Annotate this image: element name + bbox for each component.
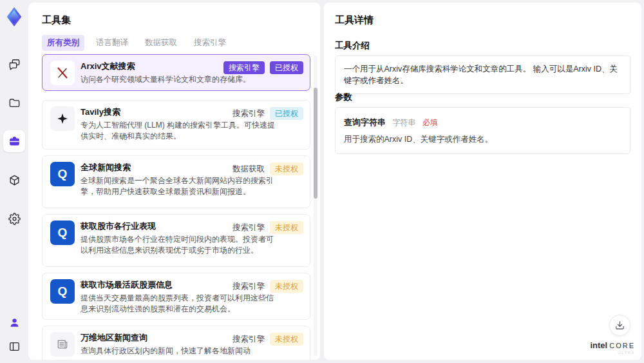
category-label: 搜索引擎 bbox=[232, 222, 265, 233]
detail-title: 工具详情 bbox=[335, 14, 374, 26]
q-app-icon: Q bbox=[50, 279, 75, 304]
tool-card-tavily[interactable]: Tavily搜索 专为人工智能代理 (LLM) 构建的搜索引擎工具。可快速提供实… bbox=[42, 100, 310, 150]
auth-status-badge: 未授权 bbox=[270, 333, 303, 346]
category-label: 数据获取 bbox=[232, 164, 265, 175]
intro-text: 一个用于从Arxiv存储库搜索科学论文和文章的工具。 输入可以是Arxiv ID… bbox=[344, 63, 621, 86]
arxiv-icon bbox=[50, 61, 75, 85]
sidebar-item-packages[interactable] bbox=[3, 169, 25, 191]
category-tabs: 所有类别 语言翻译 数据获取 搜索引擎 bbox=[42, 35, 231, 51]
auth-status-badge: 未授权 bbox=[270, 221, 303, 234]
panel-icon bbox=[8, 340, 21, 353]
list-scrollbar[interactable] bbox=[314, 55, 317, 356]
params-heading: 参数 bbox=[335, 92, 352, 103]
sidebar-item-settings[interactable] bbox=[3, 208, 25, 230]
user-avatar-button[interactable] bbox=[8, 317, 21, 331]
newspaper-icon bbox=[50, 332, 75, 357]
param-type: 字符串 bbox=[392, 118, 415, 127]
q-app-icon: Q bbox=[50, 221, 75, 245]
auth-status-badge: 未授权 bbox=[270, 162, 303, 175]
intro-box: 一个用于从Arxiv存储库搜索科学论文和文章的工具。 输入可以是Arxiv ID… bbox=[335, 55, 630, 94]
intro-heading: 工具介绍 bbox=[335, 40, 370, 52]
tab-language-translation[interactable]: 语言翻译 bbox=[91, 35, 133, 51]
star-icon bbox=[50, 106, 75, 131]
sidebar-item-chat[interactable] bbox=[3, 53, 25, 75]
tools-panel: 工具集 所有类别 语言翻译 数据获取 搜索引擎 Arxiv文献搜索 访问各个研究… bbox=[28, 3, 320, 360]
category-badge: 搜索引擎 bbox=[223, 61, 265, 74]
category-label: 搜索引擎 bbox=[232, 108, 265, 119]
tool-description: 提供股票市场各个行业在特定时间段内的表现。投资者可以利用这些信息来识别表现优于或… bbox=[80, 234, 278, 255]
sidebar-item-tools[interactable] bbox=[3, 130, 25, 152]
tool-card-most-active-stocks[interactable]: Q 获取市场最活跃股票信息 提供当天交易量最高的股票列表，投资者可以利用这些信息… bbox=[42, 273, 310, 320]
tool-description: 查询具体行政区划内的新闻，快速了解各地新闻动 bbox=[80, 346, 278, 357]
tool-description: 全球新闻搜索是一个聚合全球各大新闻网站内容的搜索引擎，帮助用户快速获取全球最新资… bbox=[80, 175, 278, 197]
collapse-panel-button[interactable] bbox=[8, 340, 21, 355]
core-brand-text: CORE bbox=[609, 342, 635, 349]
sidebar-item-files[interactable] bbox=[3, 92, 25, 113]
intel-brand-text: intel bbox=[590, 341, 607, 349]
tool-card-regional-news[interactable]: 万维地区新闻查询 查询具体行政区划内的新闻，快速了解各地新闻动 搜索引擎 未授权 bbox=[42, 326, 310, 360]
chat-icon bbox=[8, 58, 21, 70]
tool-card-global-news[interactable]: Q 全球新闻搜索 全球新闻搜索是一个聚合全球各大新闻网站内容的搜索引擎，帮助用户… bbox=[42, 155, 310, 208]
scrollbar-thumb[interactable] bbox=[314, 88, 317, 199]
download-icon bbox=[615, 320, 625, 330]
left-rail bbox=[0, 0, 28, 363]
tab-all-categories[interactable]: 所有类别 bbox=[42, 35, 84, 51]
download-button[interactable] bbox=[609, 315, 630, 336]
settings-icon bbox=[8, 213, 21, 225]
param-required-flag: 必填 bbox=[422, 118, 438, 127]
category-label: 搜索引擎 bbox=[232, 334, 265, 345]
folder-icon bbox=[8, 97, 21, 109]
tool-detail-panel: 工具详情 工具介绍 一个用于从Arxiv存储库搜索科学论文和文章的工具。 输入可… bbox=[324, 3, 641, 360]
tool-list: Arxiv文献搜索 访问各个研究领域大量科学论文和文章的存储库。 搜索引擎 已授… bbox=[42, 54, 310, 360]
page-title: 工具集 bbox=[42, 14, 71, 26]
app-logo-icon bbox=[5, 6, 24, 27]
package-icon bbox=[8, 174, 21, 186]
intel-core-logo: intel CORE ULTRA bbox=[590, 341, 635, 355]
toolbox-icon bbox=[8, 135, 21, 148]
category-label: 搜索引擎 bbox=[232, 281, 265, 292]
q-app-icon: Q bbox=[50, 162, 75, 186]
ultra-brand-text: ULTRA bbox=[590, 351, 635, 355]
param-row: 查询字符串 字符串 必填 用于搜索的Arxiv ID、关键字或作者姓名。 bbox=[344, 116, 621, 145]
param-box: 查询字符串 字符串 必填 用于搜索的Arxiv ID、关键字或作者姓名。 bbox=[335, 107, 630, 154]
tool-description: 专为人工智能代理 (LLM) 构建的搜索引擎工具。可快速提供实时、准确和真实的结… bbox=[80, 120, 278, 141]
user-icon bbox=[8, 317, 21, 329]
param-description: 用于搜索的Arxiv ID、关键字或作者姓名。 bbox=[344, 134, 621, 145]
auth-status-badge: 已授权 bbox=[270, 107, 303, 120]
auth-status-badge: 已授权 bbox=[270, 61, 303, 74]
tool-card-arxiv[interactable]: Arxiv文献搜索 访问各个研究领域大量科学论文和文章的存储库。 搜索引擎 已授… bbox=[42, 54, 310, 91]
tab-search-engine[interactable]: 搜索引擎 bbox=[189, 35, 231, 51]
tab-data-fetch[interactable]: 数据获取 bbox=[140, 35, 182, 51]
param-name: 查询字符串 bbox=[344, 117, 386, 127]
tool-card-sector-performance[interactable]: Q 获取股市各行业表现 提供股票市场各个行业在特定时间段内的表现。投资者可以利用… bbox=[42, 214, 310, 267]
tool-description: 提供当天交易量最高的股票列表，投资者可以利用这些信息来识别流动性强的股票和潜在的… bbox=[80, 293, 278, 314]
tool-description: 访问各个研究领域大量科学论文和文章的存储库。 bbox=[80, 74, 278, 85]
auth-status-badge: 未授权 bbox=[270, 280, 303, 293]
